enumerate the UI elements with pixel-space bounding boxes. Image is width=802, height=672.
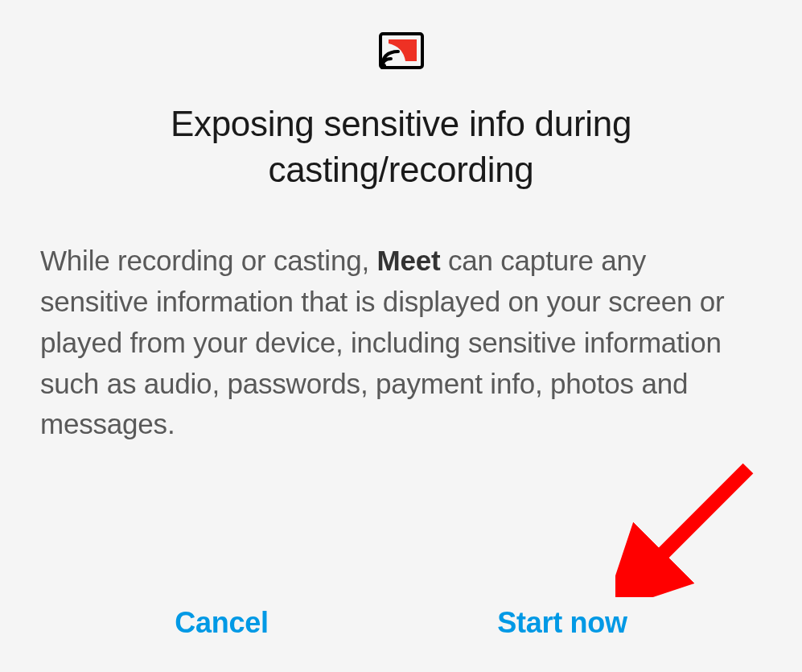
dialog-actions: Cancel Start now [36, 606, 766, 640]
annotation-arrow-icon [615, 460, 776, 597]
cancel-button[interactable]: Cancel [175, 606, 268, 640]
dialog-body-appname: Meet [376, 245, 440, 276]
start-now-button[interactable]: Start now [497, 606, 627, 640]
svg-line-3 [644, 468, 748, 573]
svg-point-1 [381, 64, 386, 68]
dialog-body-prefix: While recording or casting, [40, 245, 376, 276]
dialog-body: While recording or casting, Meet can cap… [36, 241, 766, 445]
dialog-title: Exposing sensitive info during casting/r… [36, 101, 766, 192]
dialog-icon-wrap [36, 32, 766, 72]
cast-icon [379, 32, 424, 72]
